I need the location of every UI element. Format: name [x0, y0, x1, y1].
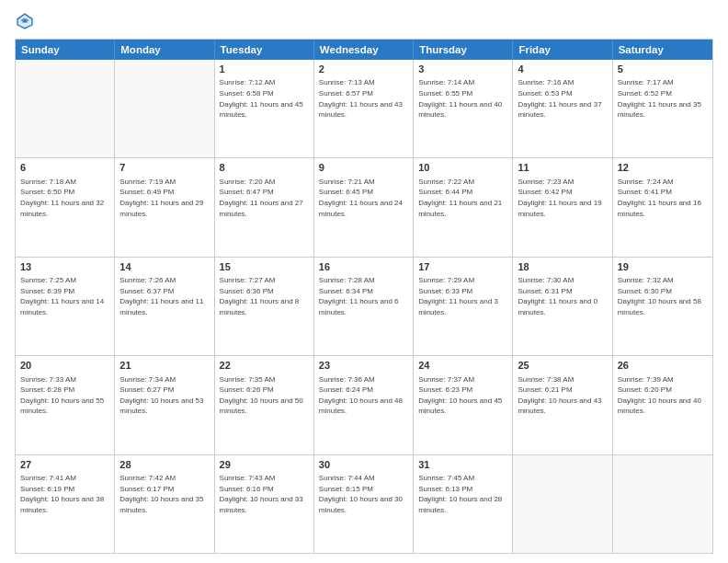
day-cell-16: 16Sunrise: 7:28 AM Sunset: 6:34 PM Dayli… [314, 258, 414, 355]
day-info: Sunrise: 7:26 AM Sunset: 6:37 PM Dayligh… [119, 275, 209, 317]
day-info: Sunrise: 7:20 AM Sunset: 6:47 PM Dayligh… [220, 177, 309, 219]
day-number: 7 [119, 161, 209, 175]
day-cell-5: 5Sunrise: 7:17 AM Sunset: 6:52 PM Daylig… [613, 60, 712, 157]
empty-cell-r4c6 [613, 455, 712, 553]
calendar-row-5: 27Sunrise: 7:41 AM Sunset: 6:19 PM Dayli… [16, 455, 712, 553]
day-cell-31: 31Sunrise: 7:45 AM Sunset: 6:13 PM Dayli… [414, 455, 513, 553]
calendar: SundayMondayTuesdayWednesdayThursdayFrid… [15, 39, 713, 554]
day-info: Sunrise: 7:16 AM Sunset: 6:53 PM Dayligh… [518, 77, 607, 120]
day-info: Sunrise: 7:17 AM Sunset: 6:52 PM Dayligh… [618, 77, 708, 120]
day-info: Sunrise: 7:42 AM Sunset: 6:17 PM Dayligh… [119, 473, 209, 515]
day-number: 30 [319, 458, 408, 472]
day-cell-25: 25Sunrise: 7:38 AM Sunset: 6:21 PM Dayli… [513, 356, 612, 454]
day-number: 10 [418, 161, 507, 175]
day-cell-20: 20Sunrise: 7:33 AM Sunset: 6:28 PM Dayli… [16, 356, 115, 454]
day-cell-22: 22Sunrise: 7:35 AM Sunset: 6:26 PM Dayli… [215, 356, 314, 454]
weekday-header-tuesday: Tuesday [215, 40, 314, 60]
day-cell-17: 17Sunrise: 7:29 AM Sunset: 6:33 PM Dayli… [414, 258, 513, 355]
day-number: 16 [319, 260, 408, 274]
day-cell-19: 19Sunrise: 7:32 AM Sunset: 6:30 PM Dayli… [613, 258, 712, 355]
day-number: 1 [220, 63, 309, 76]
day-cell-29: 29Sunrise: 7:43 AM Sunset: 6:16 PM Dayli… [215, 455, 314, 553]
day-info: Sunrise: 7:45 AM Sunset: 6:13 PM Dayligh… [418, 473, 507, 515]
day-number: 6 [20, 161, 109, 175]
day-info: Sunrise: 7:13 AM Sunset: 6:57 PM Dayligh… [319, 77, 408, 120]
weekday-header-friday: Friday [513, 40, 612, 60]
day-info: Sunrise: 7:18 AM Sunset: 6:50 PM Dayligh… [20, 177, 109, 219]
day-number: 23 [319, 359, 408, 373]
weekday-header-monday: Monday [115, 40, 214, 60]
calendar-body: 1Sunrise: 7:12 AM Sunset: 6:58 PM Daylig… [16, 60, 712, 553]
day-cell-21: 21Sunrise: 7:34 AM Sunset: 6:27 PM Dayli… [115, 356, 214, 454]
day-cell-8: 8Sunrise: 7:20 AM Sunset: 6:47 PM Daylig… [215, 158, 314, 256]
day-number: 3 [418, 63, 507, 76]
day-cell-1: 1Sunrise: 7:12 AM Sunset: 6:58 PM Daylig… [215, 60, 314, 157]
day-cell-24: 24Sunrise: 7:37 AM Sunset: 6:23 PM Dayli… [414, 356, 513, 454]
day-info: Sunrise: 7:19 AM Sunset: 6:49 PM Dayligh… [119, 177, 209, 219]
weekday-header-thursday: Thursday [414, 40, 513, 60]
day-number: 11 [518, 161, 607, 175]
day-number: 19 [618, 260, 708, 274]
day-info: Sunrise: 7:27 AM Sunset: 6:36 PM Dayligh… [220, 275, 309, 317]
day-cell-13: 13Sunrise: 7:25 AM Sunset: 6:39 PM Dayli… [16, 258, 115, 355]
day-cell-28: 28Sunrise: 7:42 AM Sunset: 6:17 PM Dayli… [115, 455, 214, 553]
day-cell-26: 26Sunrise: 7:39 AM Sunset: 6:20 PM Dayli… [613, 356, 712, 454]
header [15, 11, 713, 31]
day-info: Sunrise: 7:36 AM Sunset: 6:24 PM Dayligh… [319, 374, 408, 417]
day-number: 18 [518, 260, 607, 274]
day-number: 20 [20, 359, 109, 373]
day-cell-9: 9Sunrise: 7:21 AM Sunset: 6:45 PM Daylig… [314, 158, 414, 256]
logo-icon [15, 11, 35, 31]
day-number: 4 [518, 63, 607, 76]
day-info: Sunrise: 7:44 AM Sunset: 6:15 PM Dayligh… [319, 473, 408, 515]
empty-cell-r0c0 [16, 60, 115, 157]
day-info: Sunrise: 7:41 AM Sunset: 6:19 PM Dayligh… [20, 473, 109, 515]
day-info: Sunrise: 7:39 AM Sunset: 6:20 PM Dayligh… [618, 374, 708, 417]
day-number: 17 [418, 260, 507, 274]
day-number: 29 [220, 458, 309, 472]
day-cell-7: 7Sunrise: 7:19 AM Sunset: 6:49 PM Daylig… [115, 158, 214, 256]
day-number: 24 [418, 359, 507, 373]
day-number: 15 [220, 260, 309, 274]
day-cell-6: 6Sunrise: 7:18 AM Sunset: 6:50 PM Daylig… [16, 158, 115, 256]
day-number: 28 [119, 458, 209, 472]
day-number: 2 [319, 63, 408, 76]
day-info: Sunrise: 7:23 AM Sunset: 6:42 PM Dayligh… [518, 177, 607, 219]
day-info: Sunrise: 7:32 AM Sunset: 6:30 PM Dayligh… [618, 275, 708, 317]
day-number: 14 [119, 260, 209, 274]
day-info: Sunrise: 7:33 AM Sunset: 6:28 PM Dayligh… [20, 374, 109, 417]
day-number: 31 [418, 458, 507, 472]
weekday-header-wednesday: Wednesday [314, 40, 414, 60]
empty-cell-r4c5 [513, 455, 612, 553]
day-info: Sunrise: 7:12 AM Sunset: 6:58 PM Dayligh… [220, 77, 309, 120]
day-cell-12: 12Sunrise: 7:24 AM Sunset: 6:41 PM Dayli… [613, 158, 712, 256]
calendar-row-1: 1Sunrise: 7:12 AM Sunset: 6:58 PM Daylig… [16, 60, 712, 158]
day-info: Sunrise: 7:38 AM Sunset: 6:21 PM Dayligh… [518, 374, 607, 417]
day-number: 21 [119, 359, 209, 373]
day-number: 9 [319, 161, 408, 175]
day-number: 25 [518, 359, 607, 373]
day-info: Sunrise: 7:43 AM Sunset: 6:16 PM Dayligh… [220, 473, 309, 515]
day-cell-18: 18Sunrise: 7:30 AM Sunset: 6:31 PM Dayli… [513, 258, 612, 355]
day-info: Sunrise: 7:28 AM Sunset: 6:34 PM Dayligh… [319, 275, 408, 317]
day-cell-4: 4Sunrise: 7:16 AM Sunset: 6:53 PM Daylig… [513, 60, 612, 157]
day-cell-14: 14Sunrise: 7:26 AM Sunset: 6:37 PM Dayli… [115, 258, 214, 355]
page: SundayMondayTuesdayWednesdayThursdayFrid… [0, 0, 728, 563]
day-info: Sunrise: 7:14 AM Sunset: 6:55 PM Dayligh… [418, 77, 507, 120]
day-info: Sunrise: 7:30 AM Sunset: 6:31 PM Dayligh… [518, 275, 607, 317]
calendar-row-4: 20Sunrise: 7:33 AM Sunset: 6:28 PM Dayli… [16, 356, 712, 454]
day-number: 26 [618, 359, 708, 373]
day-info: Sunrise: 7:24 AM Sunset: 6:41 PM Dayligh… [618, 177, 708, 219]
day-cell-30: 30Sunrise: 7:44 AM Sunset: 6:15 PM Dayli… [314, 455, 414, 553]
day-cell-2: 2Sunrise: 7:13 AM Sunset: 6:57 PM Daylig… [314, 60, 414, 157]
empty-cell-r0c1 [115, 60, 214, 157]
day-cell-15: 15Sunrise: 7:27 AM Sunset: 6:36 PM Dayli… [215, 258, 314, 355]
day-cell-10: 10Sunrise: 7:22 AM Sunset: 6:44 PM Dayli… [414, 158, 513, 256]
calendar-header: SundayMondayTuesdayWednesdayThursdayFrid… [16, 40, 712, 60]
calendar-row-2: 6Sunrise: 7:18 AM Sunset: 6:50 PM Daylig… [16, 158, 712, 257]
day-info: Sunrise: 7:25 AM Sunset: 6:39 PM Dayligh… [20, 275, 109, 317]
day-number: 5 [618, 63, 708, 76]
day-number: 27 [20, 458, 109, 472]
day-info: Sunrise: 7:21 AM Sunset: 6:45 PM Dayligh… [319, 177, 408, 219]
day-cell-11: 11Sunrise: 7:23 AM Sunset: 6:42 PM Dayli… [513, 158, 612, 256]
